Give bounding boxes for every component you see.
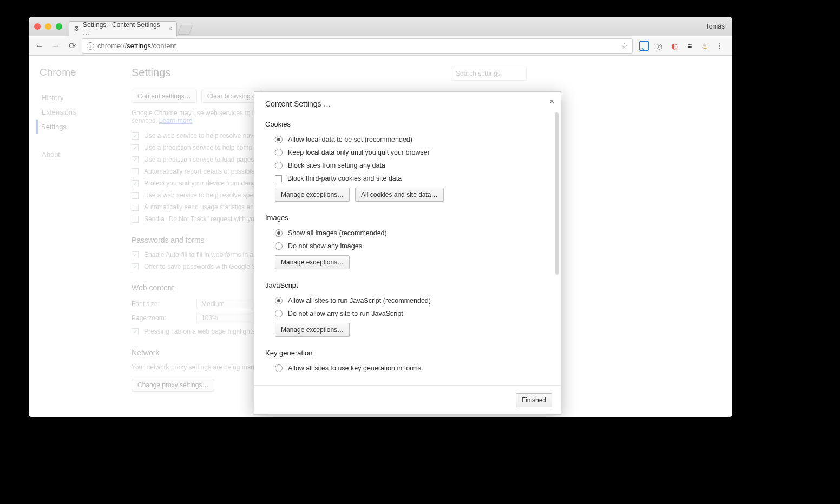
close-tab-icon[interactable]: × <box>168 25 172 32</box>
radio-keygen-allow[interactable]: Allow all sites to use key generation in… <box>275 364 550 372</box>
images-manage-exceptions-button[interactable]: Manage exceptions… <box>275 255 350 269</box>
adblock-icon[interactable]: ◐ <box>670 41 679 51</box>
cast-icon[interactable] <box>639 41 649 51</box>
forward-button[interactable]: → <box>49 39 62 52</box>
radio-icon <box>275 229 283 237</box>
zoom-window-icon[interactable] <box>56 23 62 30</box>
url-path: /content <box>151 42 176 50</box>
section-keygen: Key generation Allow all sites to use ke… <box>265 349 550 372</box>
radio-icon <box>275 242 283 250</box>
radio-images-hide[interactable]: Do not show any images <box>275 242 550 250</box>
radio-js-block[interactable]: Do not allow any site to run JavaScript <box>275 310 550 317</box>
tab-title: Settings - Content Settings … <box>83 21 165 36</box>
images-heading: Images <box>265 214 550 222</box>
section-cookies: Cookies Allow local data to be set (reco… <box>265 120 550 202</box>
radio-icon <box>275 297 283 304</box>
radio-cookies-block[interactable]: Block sites from setting any data <box>275 162 550 169</box>
omnibox[interactable]: i chrome://settings/content ☆ <box>82 38 633 54</box>
radio-icon <box>275 310 283 317</box>
cookies-heading: Cookies <box>265 120 550 128</box>
scrollbar[interactable] <box>555 112 559 275</box>
browser-tab[interactable]: ⚙ Settings - Content Settings … × <box>69 21 177 36</box>
modal-title: Content Settings … <box>265 100 550 108</box>
traffic-lights <box>34 23 62 30</box>
section-images: Images Show all images (recommended) Do … <box>265 214 550 269</box>
reload-button[interactable]: ⟳ <box>65 39 78 52</box>
section-javascript: JavaScript Allow all sites to run JavaSc… <box>265 281 550 337</box>
finished-button[interactable]: Finished <box>516 393 552 407</box>
radio-icon <box>275 364 283 372</box>
back-button[interactable]: ← <box>33 39 46 52</box>
profile-name[interactable]: Tomáš <box>706 23 725 30</box>
bookmark-star-icon[interactable]: ☆ <box>621 41 628 51</box>
gear-icon: ⚙ <box>74 25 80 32</box>
js-manage-exceptions-button[interactable]: Manage exceptions… <box>275 323 350 337</box>
info-icon[interactable]: i <box>87 42 94 50</box>
camera-icon[interactable]: ◎ <box>654 41 664 51</box>
radio-cookies-session[interactable]: Keep local data only until you quit your… <box>275 149 550 156</box>
cookies-all-data-button[interactable]: All cookies and site data… <box>355 188 443 202</box>
cookies-manage-exceptions-button[interactable]: Manage exceptions… <box>275 188 350 202</box>
browser-window: ⚙ Settings - Content Settings … × Tomáš … <box>29 17 732 417</box>
radio-cookies-allow[interactable]: Allow local data to be set (recommended) <box>275 136 550 143</box>
kebab-menu-icon[interactable]: ⋮ <box>715 41 725 51</box>
checkbox-block-thirdparty[interactable]: Block third-party cookies and site data <box>275 175 550 182</box>
close-window-icon[interactable] <box>34 23 41 30</box>
modal-footer: Finished <box>254 385 561 414</box>
extension-icons: ◎ ◐ ≡ ♨ ⋮ <box>636 41 728 51</box>
radio-icon <box>275 149 283 156</box>
radio-icon <box>275 162 283 169</box>
minimize-window-icon[interactable] <box>45 23 51 30</box>
radio-js-allow[interactable]: Allow all sites to run JavaScript (recom… <box>275 297 550 304</box>
content-settings-modal: × Content Settings … Cookies Allow local… <box>254 91 561 415</box>
buffer-icon[interactable]: ≡ <box>685 41 694 51</box>
radio-icon <box>275 136 283 143</box>
radio-images-show[interactable]: Show all images (recommended) <box>275 229 550 237</box>
new-tab-button[interactable] <box>178 25 193 35</box>
page-content: Chrome History Extensions Settings About… <box>29 56 732 417</box>
checkbox-icon <box>275 175 282 182</box>
flame-icon[interactable]: ♨ <box>700 41 710 51</box>
titlebar: ⚙ Settings - Content Settings … × Tomáš <box>29 17 732 36</box>
javascript-heading: JavaScript <box>265 281 550 289</box>
url-scheme: chrome:// <box>97 42 127 50</box>
keygen-heading: Key generation <box>265 349 550 357</box>
toolbar: ← → ⟳ i chrome://settings/content ☆ ◎ ◐ … <box>29 36 732 56</box>
url-host: settings <box>127 42 151 50</box>
